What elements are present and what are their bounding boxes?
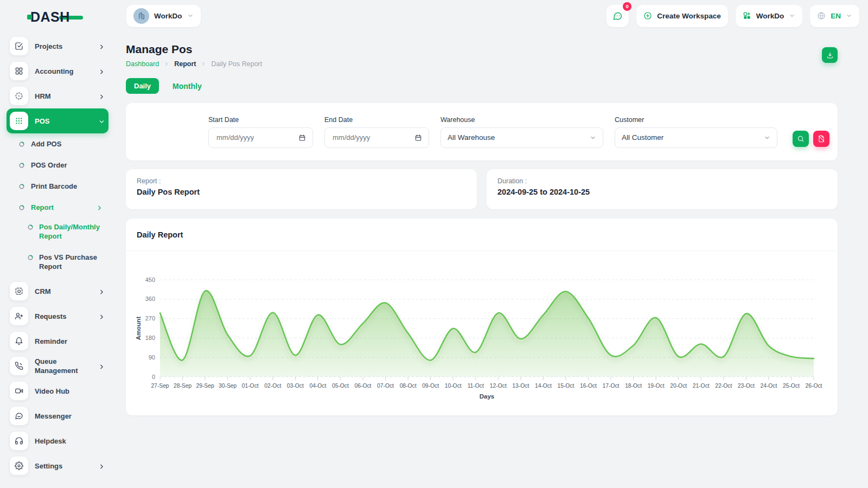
warehouse-selected-value: All Warehouse xyxy=(448,133,495,142)
calendar-icon[interactable] xyxy=(298,134,306,142)
start-date-field: Start Date xyxy=(208,116,313,148)
chevron-right-icon xyxy=(98,463,105,470)
chevron-down-icon xyxy=(764,134,770,141)
sidebar-item-settings[interactable]: Settings xyxy=(7,453,108,478)
svg-text:15-Oct: 15-Oct xyxy=(557,383,574,389)
page-title: Manage Pos xyxy=(126,43,838,56)
duration-card: Duration : 2024-09-25 to 2024-10-25 xyxy=(487,169,838,209)
sidebar-item-reminder[interactable]: Reminder xyxy=(7,329,108,354)
svg-text:16-Oct: 16-Oct xyxy=(580,383,597,389)
tab-daily[interactable]: Daily xyxy=(126,78,159,94)
svg-text:06-Oct: 06-Oct xyxy=(355,383,372,389)
headphones-icon xyxy=(10,432,28,450)
sidebar-item-label: HRM xyxy=(35,92,92,101)
sidebar-item-label: Report xyxy=(31,203,90,212)
reset-filter-button[interactable] xyxy=(813,131,829,147)
user-plus-icon xyxy=(10,307,28,325)
start-date-label: Start Date xyxy=(208,116,313,124)
sidebar-item-accounting[interactable]: Accounting xyxy=(7,59,108,84)
sidebar-item-label: Messenger xyxy=(35,412,105,421)
start-date-control[interactable] xyxy=(208,127,313,148)
svg-text:09-Oct: 09-Oct xyxy=(422,383,439,389)
sidebar-item-label: Queue Management xyxy=(35,357,92,375)
sidebar-item-crm[interactable]: CRM xyxy=(7,279,108,304)
svg-text:23-Oct: 23-Oct xyxy=(738,383,755,389)
report-value: Daily Pos Report xyxy=(137,188,466,196)
chevron-right-icon xyxy=(98,93,105,100)
svg-text:03-Oct: 03-Oct xyxy=(287,383,304,389)
sidebar-item-label: Pos VS Purchase Report xyxy=(39,253,100,271)
sidebar-item-pos[interactable]: POS xyxy=(7,108,108,133)
globe-icon xyxy=(817,11,826,20)
search-button[interactable] xyxy=(793,131,809,147)
customer-label: Customer xyxy=(615,116,777,124)
sidebar-item-pos-vs-purchase-report[interactable]: Pos VS Purchase Report xyxy=(0,248,115,279)
svg-text:360: 360 xyxy=(145,296,155,302)
chevron-down-icon xyxy=(187,12,194,19)
sidebar-item-report[interactable]: Report xyxy=(0,197,115,218)
start-date-input[interactable] xyxy=(215,133,294,142)
svg-text:0: 0 xyxy=(152,374,155,380)
chevron-right-icon xyxy=(98,43,105,50)
language-label: EN xyxy=(831,12,841,20)
svg-text:29-Sep: 29-Sep xyxy=(196,383,214,389)
chevron-down-icon xyxy=(98,118,105,125)
sidebar-item-messenger[interactable]: Messenger xyxy=(7,403,108,428)
messages-button[interactable]: 0 xyxy=(607,5,629,27)
bullet-icon xyxy=(27,224,34,230)
sidebar-item-label: Accounting xyxy=(35,67,92,76)
sidebar: DASH ProjectsAccountingHRMPOSAdd POSPOS … xyxy=(0,0,115,488)
workdo-grid-icon xyxy=(743,11,751,20)
sidebar-item-pos-order[interactable]: POS Order xyxy=(0,155,115,176)
end-date-control[interactable] xyxy=(324,127,429,148)
breadcrumb: Dashboard Report Daily Pos Report xyxy=(126,60,838,68)
create-workspace-button[interactable]: Create Workspace xyxy=(636,5,728,27)
svg-text:13-Oct: 13-Oct xyxy=(512,383,529,389)
topbar: WorkDo 0 Create Workspace WorkDo EN xyxy=(115,0,868,31)
breadcrumb-dashboard[interactable]: Dashboard xyxy=(126,60,159,68)
building-icon xyxy=(137,11,146,20)
svg-text:27-Sep: 27-Sep xyxy=(151,383,169,389)
svg-text:02-Oct: 02-Oct xyxy=(264,383,281,389)
sidebar-item-pos-daily-monthly-report[interactable]: Pos Daily/Monthly Report xyxy=(0,218,115,248)
svg-text:270: 270 xyxy=(145,315,155,322)
language-selector[interactable]: EN xyxy=(810,5,859,27)
sidebar-item-queue-management[interactable]: Queue Management xyxy=(7,354,108,378)
sidebar-item-helpdesk[interactable]: Helpdesk xyxy=(7,428,108,453)
video-icon xyxy=(10,382,28,400)
sidebar-item-video-hub[interactable]: Video Hub xyxy=(7,378,108,403)
sidebar-item-requests[interactable]: Requests xyxy=(7,304,108,329)
x-ticks xyxy=(160,377,814,380)
sidebar-item-label: POS Order xyxy=(31,160,103,170)
svg-text:24-Oct: 24-Oct xyxy=(760,383,777,389)
svg-text:22-Oct: 22-Oct xyxy=(715,383,732,389)
sidebar-item-hrm[interactable]: HRM xyxy=(7,84,108,108)
sidebar-item-projects[interactable]: Projects xyxy=(7,34,108,59)
download-report-button[interactable] xyxy=(822,47,838,63)
calendar-icon[interactable] xyxy=(414,134,422,142)
sidebar-item-add-pos[interactable]: Add POS xyxy=(0,133,115,155)
y-axis-labels: 090180270360450 xyxy=(145,277,155,380)
sidebar-item-print-barcode[interactable]: Print Barcode xyxy=(0,176,115,197)
app-menu-button[interactable]: WorkDo xyxy=(736,5,803,27)
warehouse-select[interactable]: All Warehouse xyxy=(441,127,603,148)
chevron-right-icon xyxy=(98,68,105,75)
gear-icon xyxy=(10,457,28,475)
tab-monthly[interactable]: Monthly xyxy=(169,81,205,91)
filter-card: Start Date End Date Warehouse All Wareho… xyxy=(126,103,838,160)
logo-accent-dash xyxy=(27,15,32,20)
app-menu-label: WorkDo xyxy=(756,12,784,20)
search-icon xyxy=(797,135,805,143)
bullet-icon xyxy=(18,141,25,147)
svg-text:180: 180 xyxy=(145,335,155,341)
chevron-right-icon xyxy=(98,313,105,320)
svg-text:21-Oct: 21-Oct xyxy=(693,383,710,389)
end-date-input[interactable] xyxy=(331,133,410,142)
svg-text:04-Oct: 04-Oct xyxy=(309,383,326,389)
layout-icon xyxy=(10,282,28,300)
breadcrumb-report[interactable]: Report xyxy=(174,60,196,68)
svg-text:07-Oct: 07-Oct xyxy=(377,383,394,389)
workspace-selector[interactable]: WorkDo xyxy=(126,5,201,27)
brand-logo[interactable]: DASH xyxy=(0,0,115,34)
customer-select[interactable]: All Customer xyxy=(615,127,777,148)
